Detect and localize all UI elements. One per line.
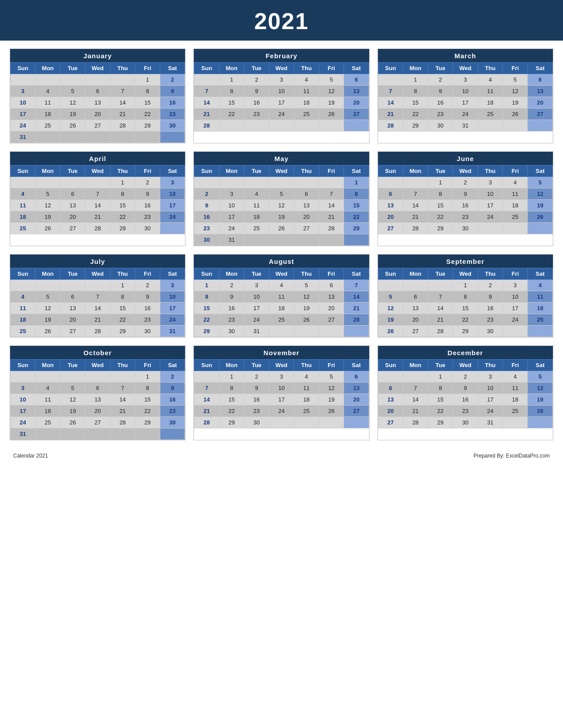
day-header-fri: Fri [503, 63, 528, 74]
calendar-cell: 22 [428, 405, 453, 417]
day-header-fri: Fri [135, 165, 160, 177]
calendar-cell: 16 [244, 394, 269, 405]
calendar-cell: 28 [403, 223, 428, 234]
calendar-cell: 11 [11, 200, 35, 211]
calendar-cell: 14 [110, 394, 135, 405]
calendar-cell: 13 [60, 303, 85, 314]
calendar-cell [478, 223, 503, 234]
calendar-cell: 7 [319, 188, 344, 200]
calendar-cell: 16 [244, 97, 269, 109]
calendar-cell: 2 [160, 74, 185, 86]
day-header-thu: Thu [478, 360, 503, 371]
calendar-row: 45678910 [11, 188, 185, 200]
day-header-mon: Mon [219, 63, 244, 74]
month-block-february: FebruarySunMonTueWedThuFriSat12345678910… [193, 49, 369, 143]
calendar-cell: 7 [194, 86, 219, 97]
calendar-cell: 16 [453, 394, 478, 405]
calendar-cell: 4 [35, 86, 60, 97]
calendar-cell: 15 [428, 200, 453, 211]
calendar-cell: 19 [294, 303, 319, 314]
calendar-cell: 27 [294, 223, 319, 234]
calendar-cell: 29 [110, 326, 135, 337]
calendar-cell: 23 [135, 211, 160, 223]
calendar-cell: 17 [160, 200, 185, 211]
day-header-thu: Thu [478, 63, 503, 74]
calendar-row: 18192021222324 [11, 211, 185, 223]
day-header-mon: Mon [35, 268, 60, 280]
calendar-cell: 17 [11, 109, 35, 120]
calendar-cell [110, 371, 135, 383]
calendar-cell: 29 [428, 223, 453, 234]
calendar-cell: 29 [428, 417, 453, 428]
calendar-table: SunMonTueWedThuFriSat1234567891011121314… [10, 359, 185, 440]
calendar-cell: 11 [503, 188, 528, 200]
calendar-cell: 19 [60, 405, 85, 417]
calendar-row: 123456 [194, 74, 369, 86]
calendar-cell: 26 [378, 326, 403, 337]
calendar-cell: 9 [453, 188, 478, 200]
calendar-cell: 7 [85, 291, 110, 303]
calendar-cell: 20 [85, 109, 110, 120]
calendar-cell [319, 326, 344, 337]
day-header-tue: Tue [428, 268, 453, 280]
calendar-cell: 17 [11, 405, 35, 417]
day-header-wed: Wed [269, 63, 294, 74]
calendar-row: 19202122232425 [378, 314, 552, 326]
calendar-cell: 16 [219, 303, 244, 314]
calendar-cell: 12 [269, 200, 294, 211]
day-header-tue: Tue [60, 268, 85, 280]
calendar-cell: 6 [60, 188, 85, 200]
day-header-thu: Thu [294, 63, 319, 74]
calendar-cell: 13 [403, 303, 428, 314]
calendar-cell: 29 [403, 120, 428, 131]
calendar-cell: 6 [85, 86, 110, 97]
day-header-sun: Sun [11, 165, 35, 177]
calendar-cell: 24 [478, 405, 503, 417]
calendar-cell: 17 [160, 303, 185, 314]
calendar-row: 22232425262728 [194, 314, 369, 326]
calendar-cell [378, 280, 403, 291]
calendar-cell [528, 120, 553, 131]
calendar-cell [528, 223, 553, 234]
calendar-cell: 12 [60, 97, 85, 109]
calendar-cell [503, 120, 528, 131]
calendar-cell: 11 [478, 86, 503, 97]
day-header-fri: Fri [319, 165, 344, 177]
calendar-cell: 30 [244, 417, 269, 428]
calendar-cell: 23 [453, 405, 478, 417]
calendar-cell: 12 [319, 86, 344, 97]
calendar-cell: 17 [269, 97, 294, 109]
day-header-fri: Fri [503, 360, 528, 371]
calendar-cell: 25 [528, 314, 553, 326]
calendar-cell: 5 [319, 371, 344, 383]
calendar-cell: 21 [194, 405, 219, 417]
calendar-cell: 13 [344, 383, 369, 394]
calendar-cell: 2 [244, 74, 269, 86]
calendar-cell [160, 131, 185, 143]
calendar-cell: 3 [503, 280, 528, 291]
day-header-thu: Thu [110, 165, 135, 177]
day-header-fri: Fri [319, 268, 344, 280]
calendar-cell: 28 [110, 120, 135, 131]
calendar-cell: 7 [403, 383, 428, 394]
calendar-cell: 28 [85, 326, 110, 337]
calendar-row: 123456 [194, 371, 369, 383]
calendar-cell [403, 177, 428, 188]
calendar-cell: 26 [528, 405, 553, 417]
calendar-cell: 29 [219, 417, 244, 428]
calendar-cell: 16 [160, 394, 185, 405]
calendar-cell: 25 [294, 405, 319, 417]
calendar-cell: 27 [378, 417, 403, 428]
calendar-cell: 1 [428, 177, 453, 188]
day-header-sun: Sun [378, 360, 403, 371]
calendar-cell: 14 [319, 200, 344, 211]
calendar-cell: 25 [11, 326, 35, 337]
calendar-row: 12 [11, 371, 185, 383]
calendar-cell: 18 [35, 405, 60, 417]
calendar-cell [478, 120, 503, 131]
month-block-march: MarchSunMonTueWedThuFriSat12345678910111… [378, 49, 553, 143]
calendar-row: 78910111213 [194, 86, 369, 97]
calendar-cell: 11 [11, 303, 35, 314]
day-header-fri: Fri [503, 165, 528, 177]
calendar-cell: 11 [294, 383, 319, 394]
